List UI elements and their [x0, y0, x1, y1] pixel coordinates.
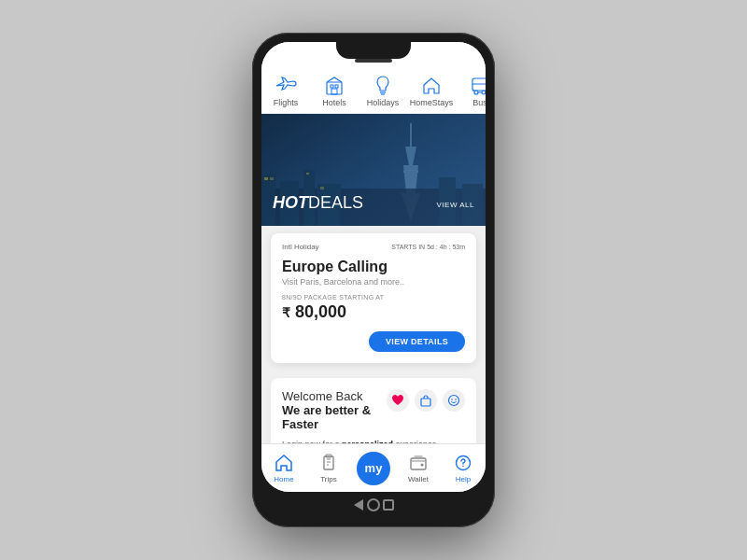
nav-label-bus: Bus	[472, 98, 486, 107]
recents-button[interactable]	[381, 497, 396, 512]
phone-speaker	[355, 59, 392, 63]
svg-point-31	[451, 399, 453, 400]
bus-icon	[467, 76, 486, 96]
welcome-header: Welcome Back We are better & Faster	[282, 389, 465, 431]
deal-price: ₹ 80,000	[282, 302, 465, 322]
hot-deals-label: HOT DEALS	[273, 193, 363, 213]
bottom-nav-trips[interactable]: Trips	[310, 453, 347, 483]
bottom-nav-home[interactable]: Home	[265, 453, 303, 483]
nav-item-bus[interactable]: Bus	[456, 76, 486, 107]
nav-label-holidays: Holidays	[367, 98, 400, 107]
trips-icon	[318, 453, 339, 473]
phone-frame: Flights Hotels	[252, 33, 495, 527]
help-bottom-label: Help	[456, 475, 471, 483]
deal-timer: STARTS IN 5d : 4h : 53m	[391, 244, 465, 250]
svg-rect-38	[411, 458, 426, 469]
plane-icon	[273, 76, 299, 96]
timer-value: 5d : 4h : 53m	[427, 244, 465, 250]
svg-rect-27	[306, 173, 309, 175]
price-currency: ₹	[282, 305, 290, 320]
welcome-icons	[387, 389, 465, 412]
deal-card: Intl Holiday STARTS IN 5d : 4h : 53m Eur…	[271, 233, 476, 363]
hotel-icon	[321, 76, 347, 96]
nav-label-homestays: HomeStays	[410, 98, 454, 107]
app-content: Flights Hotels	[261, 68, 486, 443]
view-details-button[interactable]: VIEW DETAILS	[369, 331, 465, 352]
view-all-link[interactable]: VIEW ALL	[437, 201, 474, 209]
welcome-title: Welcome Back	[282, 389, 387, 403]
timer-label: STARTS IN	[391, 244, 425, 250]
nav-item-holidays[interactable]: Holidays	[359, 76, 407, 107]
svg-point-8	[474, 91, 478, 94]
price-value: 80,000	[295, 302, 346, 321]
svg-point-32	[455, 399, 457, 400]
home-bottom-label: Home	[274, 475, 293, 483]
bottom-nav-my[interactable]: my	[355, 452, 392, 485]
deal-title: Europe Calling	[282, 259, 465, 275]
wallet-icon	[408, 453, 429, 473]
welcome-text-block: Welcome Back We are better & Faster	[282, 389, 387, 431]
help-icon	[453, 453, 473, 473]
nav-item-hotels[interactable]: Hotels	[310, 76, 359, 107]
welcome-subtitle: We are better & Faster	[282, 403, 387, 431]
home-button[interactable]	[366, 497, 381, 512]
hot-deals-banner: HOT DEALS VIEW ALL	[261, 114, 486, 226]
deal-package-label: 8N/9D PACKAGE STARTING AT	[282, 294, 465, 301]
svg-point-41	[462, 466, 464, 468]
heart-icon	[387, 389, 409, 412]
deals-text: DEALS	[308, 193, 363, 213]
nav-label-flights: Flights	[274, 98, 299, 107]
deal-tag: Intl Holiday	[282, 243, 319, 251]
hot-text: HOT	[273, 193, 308, 213]
svg-rect-3	[331, 89, 337, 94]
wallet-bottom-label: Wallet	[408, 475, 429, 483]
smiley-icon	[443, 389, 465, 412]
phone-notch	[336, 42, 411, 59]
nav-label-hotels: Hotels	[322, 98, 346, 107]
nav-item-flights[interactable]: Flights	[261, 76, 310, 107]
home-icon	[418, 76, 444, 96]
svg-rect-29	[421, 399, 430, 406]
svg-rect-15	[403, 170, 418, 173]
bulb-icon	[370, 76, 396, 96]
bottom-nav-wallet[interactable]: Wallet	[400, 453, 437, 483]
svg-rect-33	[324, 456, 333, 469]
phone-screen: Flights Hotels	[261, 42, 486, 492]
bag-icon	[415, 389, 437, 412]
svg-rect-28	[320, 187, 324, 189]
back-button[interactable]	[351, 497, 366, 512]
deal-footer: VIEW DETAILS	[282, 331, 465, 352]
recents-icon	[383, 499, 394, 511]
back-icon	[354, 499, 363, 511]
svg-rect-25	[264, 177, 268, 180]
deal-card-header: Intl Holiday STARTS IN 5d : 4h : 53m	[282, 243, 465, 251]
svg-point-9	[482, 91, 486, 94]
svg-rect-2	[335, 85, 338, 88]
top-navigation: Flights Hotels	[261, 68, 486, 114]
svg-point-39	[421, 464, 424, 467]
home-circle-icon	[367, 498, 380, 511]
trips-bottom-label: Trips	[320, 475, 336, 483]
deal-subtitle: Visit Paris, Barcelona and more..	[282, 277, 465, 287]
my-icon: my	[357, 452, 390, 485]
svg-rect-26	[270, 177, 274, 180]
system-nav-bar	[351, 492, 396, 518]
svg-rect-1	[331, 85, 333, 88]
nav-item-homestays[interactable]: HomeStays	[407, 76, 456, 107]
home-bottom-icon	[274, 453, 294, 473]
bottom-nav-help[interactable]: Help	[444, 453, 482, 483]
welcome-section: Welcome Back We are better & Faster	[271, 378, 476, 443]
bottom-navigation: Home Trips my	[261, 443, 486, 492]
svg-point-30	[449, 396, 459, 406]
